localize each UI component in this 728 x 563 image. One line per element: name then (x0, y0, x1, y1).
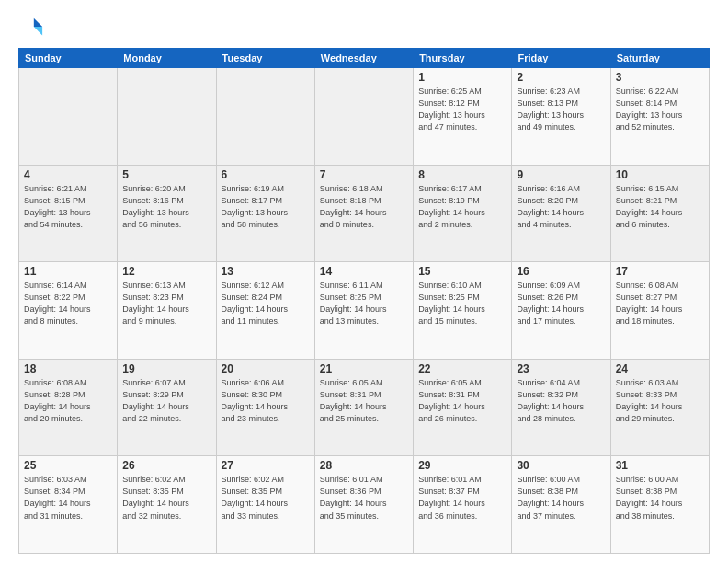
day-number: 10 (616, 168, 704, 181)
day-info: Sunrise: 6:05 AM Sunset: 8:31 PM Dayligh… (320, 377, 408, 425)
day-info: Sunrise: 6:06 AM Sunset: 8:30 PM Dayligh… (222, 377, 310, 425)
day-number: 12 (122, 265, 210, 278)
day-number: 9 (517, 168, 605, 181)
day-number: 17 (616, 265, 704, 278)
day-number: 1 (418, 71, 506, 84)
day-number: 7 (320, 168, 408, 181)
calendar-cell: 22Sunrise: 6:05 AM Sunset: 8:31 PM Dayli… (414, 359, 512, 456)
day-info: Sunrise: 6:01 AM Sunset: 8:37 PM Dayligh… (418, 474, 506, 522)
calendar-week-5: 25Sunrise: 6:03 AM Sunset: 8:34 PM Dayli… (19, 456, 710, 554)
page: SundayMondayTuesdayWednesdayThursdayFrid… (0, 0, 728, 563)
day-number: 11 (24, 265, 112, 278)
calendar-cell (314, 68, 413, 166)
calendar-week-3: 11Sunrise: 6:14 AM Sunset: 8:22 PM Dayli… (19, 262, 710, 360)
day-info: Sunrise: 6:02 AM Sunset: 8:35 PM Dayligh… (222, 474, 310, 522)
calendar-cell: 9Sunrise: 6:16 AM Sunset: 8:20 PM Daylig… (512, 165, 610, 262)
day-info: Sunrise: 6:09 AM Sunset: 8:26 PM Dayligh… (517, 280, 605, 327)
svg-marker-0 (34, 18, 42, 27)
day-number: 5 (122, 168, 210, 181)
day-number: 4 (24, 168, 112, 181)
day-info: Sunrise: 6:05 AM Sunset: 8:31 PM Dayligh… (418, 377, 506, 425)
day-number: 27 (222, 459, 310, 472)
day-info: Sunrise: 6:02 AM Sunset: 8:35 PM Dayligh… (122, 474, 210, 522)
calendar-cell: 30Sunrise: 6:00 AM Sunset: 8:38 PM Dayli… (512, 456, 610, 554)
day-number: 19 (122, 362, 210, 375)
day-number: 31 (616, 459, 704, 472)
day-info: Sunrise: 6:25 AM Sunset: 8:12 PM Dayligh… (418, 86, 506, 133)
calendar-cell: 6Sunrise: 6:19 AM Sunset: 8:17 PM Daylig… (216, 165, 314, 262)
calendar-cell: 25Sunrise: 6:03 AM Sunset: 8:34 PM Dayli… (19, 456, 118, 554)
day-number: 13 (222, 265, 310, 278)
day-number: 20 (222, 362, 310, 375)
day-info: Sunrise: 6:00 AM Sunset: 8:38 PM Dayligh… (517, 474, 605, 522)
calendar-cell: 26Sunrise: 6:02 AM Sunset: 8:35 PM Dayli… (118, 456, 216, 554)
calendar-cell: 4Sunrise: 6:21 AM Sunset: 8:15 PM Daylig… (19, 165, 118, 262)
calendar-cell: 20Sunrise: 6:06 AM Sunset: 8:30 PM Dayli… (216, 359, 314, 456)
calendar-cell: 29Sunrise: 6:01 AM Sunset: 8:37 PM Dayli… (414, 456, 512, 554)
header (18, 15, 710, 40)
calendar-header-thursday: Thursday (414, 49, 512, 68)
calendar-week-1: 1Sunrise: 6:25 AM Sunset: 8:12 PM Daylig… (19, 68, 710, 166)
calendar-cell: 12Sunrise: 6:13 AM Sunset: 8:23 PM Dayli… (118, 262, 216, 360)
day-info: Sunrise: 6:00 AM Sunset: 8:38 PM Dayligh… (616, 474, 704, 522)
calendar-cell: 10Sunrise: 6:15 AM Sunset: 8:21 PM Dayli… (610, 165, 709, 262)
calendar-cell: 13Sunrise: 6:12 AM Sunset: 8:24 PM Dayli… (216, 262, 314, 360)
day-info: Sunrise: 6:14 AM Sunset: 8:22 PM Dayligh… (24, 280, 112, 327)
day-info: Sunrise: 6:08 AM Sunset: 8:28 PM Dayligh… (24, 377, 112, 425)
day-number: 3 (616, 71, 704, 84)
day-number: 18 (24, 362, 112, 375)
day-number: 21 (320, 362, 408, 375)
day-info: Sunrise: 6:23 AM Sunset: 8:13 PM Dayligh… (517, 86, 605, 133)
calendar-cell: 15Sunrise: 6:10 AM Sunset: 8:25 PM Dayli… (414, 262, 512, 360)
day-number: 16 (517, 265, 605, 278)
day-number: 6 (222, 168, 310, 181)
logo (18, 15, 48, 40)
day-number: 14 (320, 265, 408, 278)
day-number: 23 (517, 362, 605, 375)
day-number: 2 (517, 71, 605, 84)
calendar-cell: 17Sunrise: 6:08 AM Sunset: 8:27 PM Dayli… (610, 262, 709, 360)
svg-marker-1 (34, 27, 42, 35)
day-number: 24 (616, 362, 704, 375)
calendar-cell: 19Sunrise: 6:07 AM Sunset: 8:29 PM Dayli… (118, 359, 216, 456)
calendar-cell: 24Sunrise: 6:03 AM Sunset: 8:33 PM Dayli… (610, 359, 709, 456)
day-info: Sunrise: 6:01 AM Sunset: 8:36 PM Dayligh… (320, 474, 408, 522)
calendar-cell: 7Sunrise: 6:18 AM Sunset: 8:18 PM Daylig… (314, 165, 413, 262)
day-info: Sunrise: 6:15 AM Sunset: 8:21 PM Dayligh… (616, 183, 704, 231)
day-number: 25 (24, 459, 112, 472)
day-info: Sunrise: 6:03 AM Sunset: 8:33 PM Dayligh… (616, 377, 704, 425)
calendar-cell: 2Sunrise: 6:23 AM Sunset: 8:13 PM Daylig… (512, 68, 610, 166)
calendar-week-2: 4Sunrise: 6:21 AM Sunset: 8:15 PM Daylig… (19, 165, 710, 262)
day-info: Sunrise: 6:04 AM Sunset: 8:32 PM Dayligh… (517, 377, 605, 425)
day-info: Sunrise: 6:16 AM Sunset: 8:20 PM Dayligh… (517, 183, 605, 231)
calendar-cell: 31Sunrise: 6:00 AM Sunset: 8:38 PM Dayli… (610, 456, 709, 554)
calendar-header-wednesday: Wednesday (314, 49, 413, 68)
day-info: Sunrise: 6:10 AM Sunset: 8:25 PM Dayligh… (418, 280, 506, 327)
day-info: Sunrise: 6:19 AM Sunset: 8:17 PM Dayligh… (222, 183, 310, 231)
calendar-table: SundayMondayTuesdayWednesdayThursdayFrid… (18, 48, 710, 554)
day-number: 15 (418, 265, 506, 278)
day-info: Sunrise: 6:08 AM Sunset: 8:27 PM Dayligh… (616, 280, 704, 327)
day-number: 28 (320, 459, 408, 472)
calendar-cell: 23Sunrise: 6:04 AM Sunset: 8:32 PM Dayli… (512, 359, 610, 456)
day-info: Sunrise: 6:18 AM Sunset: 8:18 PM Dayligh… (320, 183, 408, 231)
day-number: 8 (418, 168, 506, 181)
day-info: Sunrise: 6:17 AM Sunset: 8:19 PM Dayligh… (418, 183, 506, 231)
day-number: 29 (418, 459, 506, 472)
day-info: Sunrise: 6:12 AM Sunset: 8:24 PM Dayligh… (222, 280, 310, 327)
calendar-header-row: SundayMondayTuesdayWednesdayThursdayFrid… (19, 49, 710, 68)
day-info: Sunrise: 6:07 AM Sunset: 8:29 PM Dayligh… (122, 377, 210, 425)
calendar-cell: 3Sunrise: 6:22 AM Sunset: 8:14 PM Daylig… (610, 68, 709, 166)
calendar-week-4: 18Sunrise: 6:08 AM Sunset: 8:28 PM Dayli… (19, 359, 710, 456)
day-info: Sunrise: 6:11 AM Sunset: 8:25 PM Dayligh… (320, 280, 408, 327)
day-info: Sunrise: 6:22 AM Sunset: 8:14 PM Dayligh… (616, 86, 704, 133)
calendar-header-saturday: Saturday (610, 49, 709, 68)
calendar-cell: 21Sunrise: 6:05 AM Sunset: 8:31 PM Dayli… (314, 359, 413, 456)
calendar-cell: 14Sunrise: 6:11 AM Sunset: 8:25 PM Dayli… (314, 262, 413, 360)
logo-icon (18, 15, 44, 40)
calendar-header-tuesday: Tuesday (216, 49, 314, 68)
calendar-header-friday: Friday (512, 49, 610, 68)
day-info: Sunrise: 6:03 AM Sunset: 8:34 PM Dayligh… (24, 474, 112, 522)
calendar-cell: 11Sunrise: 6:14 AM Sunset: 8:22 PM Dayli… (19, 262, 118, 360)
calendar-cell: 16Sunrise: 6:09 AM Sunset: 8:26 PM Dayli… (512, 262, 610, 360)
